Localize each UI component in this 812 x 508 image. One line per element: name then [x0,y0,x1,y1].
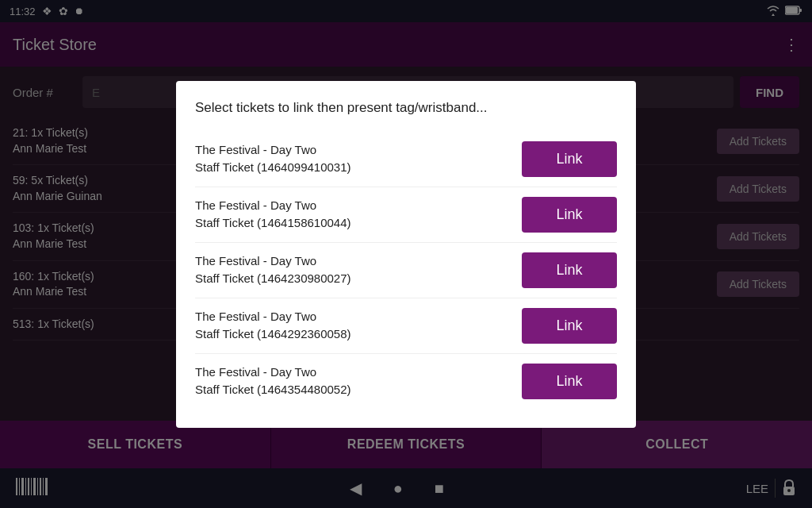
modal-dialog: Select tickets to link then present tag/… [176,81,636,428]
ticket-info: The Festival - Day Two Staff Ticket (146… [195,308,351,344]
link-button[interactable]: Link [522,364,617,399]
modal-title: Select tickets to link then present tag/… [195,100,617,116]
link-button[interactable]: Link [522,141,617,177]
ticket-info: The Festival - Day Two Staff Ticket (146… [195,252,351,288]
ticket-info: The Festival - Day Two Staff Ticket (146… [195,364,351,399]
modal-overlay: Select tickets to link then present tag/… [0,0,812,508]
ticket-row: The Festival - Day Two Staff Ticket (146… [195,243,617,298]
link-button[interactable]: Link [522,308,617,344]
ticket-row: The Festival - Day Two Staff Ticket (146… [195,354,617,409]
link-button[interactable]: Link [522,197,617,233]
link-button[interactable]: Link [522,252,617,288]
ticket-row: The Festival - Day Two Staff Ticket (146… [195,187,617,243]
ticket-row: The Festival - Day Two Staff Ticket (146… [195,132,617,187]
ticket-info: The Festival - Day Two Staff Ticket (146… [195,141,351,177]
ticket-info: The Festival - Day Two Staff Ticket (146… [195,197,351,233]
ticket-row: The Festival - Day Two Staff Ticket (146… [195,298,617,354]
